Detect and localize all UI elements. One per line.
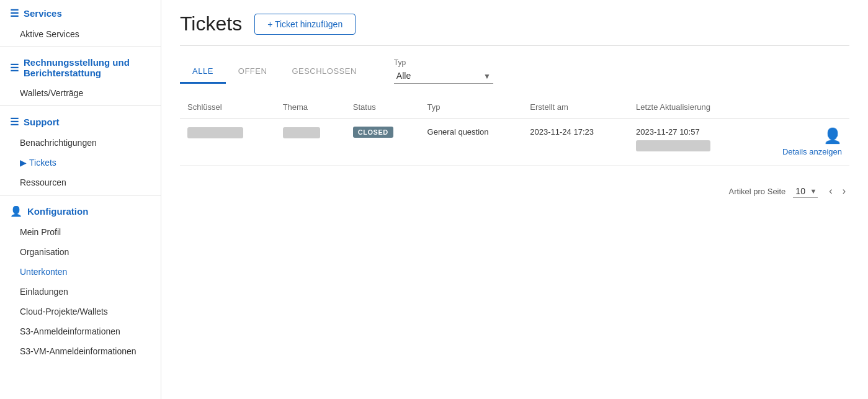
sidebar-item-unterkonten[interactable]: Unterkonten [0, 262, 161, 282]
tab-geschlossen[interactable]: GESCHLOSSEN [279, 60, 369, 84]
sidebar-section-services[interactable]: ☰ Services [0, 0, 161, 24]
sidebar-item-aktive-services[interactable]: Aktive Services [0, 24, 161, 44]
tab-offen[interactable]: OFFEN [226, 60, 280, 84]
col-actions [749, 96, 849, 119]
col-typ: Typ [420, 96, 523, 119]
next-page-button[interactable]: › [839, 184, 849, 198]
services-icon: ☰ [10, 7, 19, 19]
type-select[interactable]: Alle General question [394, 68, 493, 84]
sidebar-section-rechnungsstellung-label: Rechnungsstellung und Berichterstattung [24, 57, 151, 78]
cell-actions: 👤 Details anzeigen [749, 119, 849, 166]
details-link[interactable]: Details anzeigen [756, 147, 842, 156]
sidebar-section-services-label: Services [24, 8, 62, 19]
pagination-select[interactable]: 5 10 25 50 [793, 185, 818, 198]
col-status: Status [346, 96, 420, 119]
cell-schluessel [180, 119, 275, 166]
sidebar-section-support-label: Support [24, 117, 60, 127]
prev-page-button[interactable]: ‹ [825, 184, 836, 198]
sidebar-section-konfiguration[interactable]: 👤 Konfiguration [0, 198, 161, 222]
tickets-chevron-icon: ▶ [20, 158, 27, 168]
sidebar-item-benachrichtigungen[interactable]: Benachrichtigungen [0, 133, 161, 153]
ticket-tabs: ALLE OFFEN GESCHLOSSEN [180, 60, 369, 84]
header-divider [180, 45, 849, 46]
cell-typ: General question [420, 119, 523, 166]
col-schluessel: Schlüssel [180, 96, 275, 119]
main-content: Tickets + Ticket hinzufügen ALLE OFFEN G… [161, 0, 868, 399]
rechnungsstellung-icon: ☰ [10, 62, 19, 74]
filter-row: ALLE OFFEN GESCHLOSSEN Typ Alle General … [180, 58, 849, 84]
aktualisierung-placeholder [636, 140, 710, 151]
sidebar-item-organisation[interactable]: Organisation [0, 242, 161, 262]
sidebar-section-konfiguration-label: Konfiguration [27, 206, 88, 217]
pagination-select-wrapper: 5 10 25 50 ▼ [793, 185, 818, 198]
tickets-table: Schlüssel Thema Status Typ Erstellt am L… [180, 96, 849, 166]
sidebar-section-rechnungsstellung[interactable]: ☰ Rechnungsstellung und Berichterstattun… [0, 50, 161, 83]
sidebar-item-s3-vm-anmeldeinformationen[interactable]: S3-VM-Anmeldeinformationen [0, 341, 161, 361]
sidebar-section-support[interactable]: ☰ Support [0, 109, 161, 133]
page-header: Tickets + Ticket hinzufügen [180, 12, 849, 35]
thema-placeholder [283, 127, 320, 138]
cell-thema [275, 119, 346, 166]
schluessel-placeholder [187, 127, 243, 138]
table-header-row: Schlüssel Thema Status Typ Erstellt am L… [180, 96, 849, 119]
tab-alle[interactable]: ALLE [180, 60, 226, 84]
table-row: CLOSED General question 2023-11-24 17:23… [180, 119, 849, 166]
col-letzte-aktualisierung: Letzte Aktualisierung [629, 96, 749, 119]
sidebar-item-mein-profil[interactable]: Mein Profil [0, 222, 161, 242]
sidebar-item-cloud-projekte-wallets[interactable]: Cloud-Projekte/Wallets [0, 302, 161, 321]
sidebar-item-wallets-vertraege[interactable]: Wallets/Verträge [0, 83, 161, 103]
support-icon: ☰ [10, 116, 19, 128]
cell-status: CLOSED [346, 119, 420, 166]
sidebar-item-s3-anmeldeinformationen[interactable]: S3-Anmeldeinformationen [0, 321, 161, 341]
col-erstellt-am: Erstellt am [522, 96, 629, 119]
pagination-label: Artikel pro Seite [729, 187, 786, 196]
pagination-nav: ‹ › [825, 184, 849, 198]
cell-erstellt-am: 2023-11-24 17:23 [522, 119, 629, 166]
add-ticket-button[interactable]: + Ticket hinzufügen [254, 14, 356, 35]
cell-letzte-aktualisierung: 2023-11-27 10:57 [629, 119, 749, 166]
type-filter: Typ Alle General question ▼ [394, 58, 493, 84]
col-thema: Thema [275, 96, 346, 119]
sidebar: ☰ Services Aktive Services ☰ Rechnungsst… [0, 0, 161, 399]
person-icon: 👤 [823, 127, 842, 144]
konfiguration-icon: 👤 [10, 205, 22, 217]
sidebar-item-tickets[interactable]: ▶ Tickets [0, 153, 161, 173]
type-select-wrapper: Alle General question ▼ [394, 68, 493, 84]
type-filter-label: Typ [394, 58, 493, 67]
status-badge: CLOSED [353, 127, 393, 138]
sidebar-item-ressourcen[interactable]: Ressourcen [0, 173, 161, 192]
sidebar-item-einladungen[interactable]: Einladungen [0, 282, 161, 302]
pagination-row: Artikel pro Seite 5 10 25 50 ▼ ‹ › [180, 178, 849, 198]
page-title: Tickets [180, 12, 242, 35]
